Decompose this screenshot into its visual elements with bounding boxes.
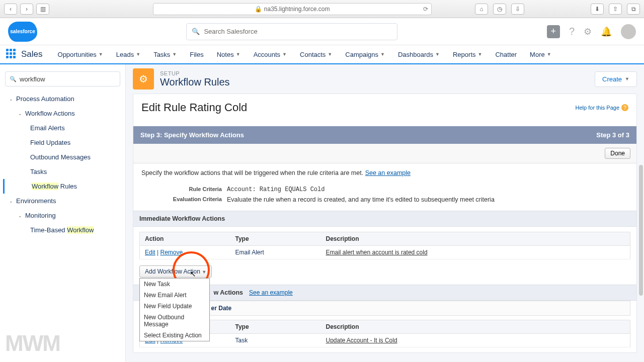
search-placeholder: Search Salesforce	[204, 28, 257, 35]
nav-item-tasks[interactable]: Tasks▼	[147, 47, 183, 62]
immediate-actions-table: Action Type Description Edit | Remove Em…	[139, 232, 630, 259]
gear-icon[interactable]: ⚙	[584, 26, 592, 37]
time-actions-table: Action Type Description Edit | Remove Ta…	[139, 320, 630, 347]
search-icon: 🔍	[10, 76, 17, 82]
chevron-down-icon: ▼	[478, 52, 482, 57]
object-nav: Sales Opportunities▼Leads▼Tasks▼FilesNot…	[0, 45, 644, 64]
sidebar-item-workflow-rules[interactable]: Workflow Rules	[3, 179, 122, 194]
sidebar-item-process-automation[interactable]: ⌄Process Automation	[3, 92, 122, 106]
scrollbar[interactable]	[639, 165, 643, 296]
chevron-down-icon: ⌄	[18, 213, 22, 218]
chevron-down-icon: ⌄	[9, 199, 13, 204]
chevron-down-icon: ⌄	[18, 111, 22, 116]
edit-link[interactable]: Edit	[145, 249, 155, 256]
avatar[interactable]	[621, 24, 636, 39]
dropdown-option-new-field-update[interactable]: New Field Update	[140, 301, 209, 312]
dropdown-option-select-existing-action[interactable]: Select Existing Action	[140, 330, 209, 341]
nav-item-chatter[interactable]: Chatter	[489, 47, 523, 62]
chevron-down-icon: ▼	[547, 52, 551, 57]
global-search[interactable]: 🔍 Search Salesforce	[186, 23, 397, 40]
rule-title: Edit Rule Rating Cold	[141, 101, 247, 114]
forward-button[interactable]: ›	[20, 4, 33, 15]
evaluation-criteria-label: Evaluation Criteria	[141, 196, 222, 203]
chevron-down-icon: ▼	[136, 52, 140, 57]
chevron-down-icon: ▼	[202, 269, 206, 275]
chevron-down-icon: ▼	[380, 52, 385, 57]
app-name: Sales	[21, 49, 43, 59]
home-icon[interactable]: ⌂	[475, 4, 488, 15]
nav-item-more[interactable]: More▼	[524, 47, 557, 62]
nav-item-dashboards[interactable]: Dashboards▼	[392, 47, 446, 62]
sidebar-item-environments[interactable]: ⌄Environments	[3, 194, 122, 208]
done-button[interactable]: Done	[605, 148, 630, 159]
chevron-down-icon: ▼	[236, 52, 240, 57]
rule-criteria-value: Account: Rating EQUALS Cold	[227, 186, 325, 193]
lock-icon: 🔒	[255, 6, 262, 13]
nav-item-opportunities[interactable]: Opportunities▼	[52, 47, 109, 62]
create-button[interactable]: Create▼	[595, 71, 637, 87]
time-trigger-row: 1 Days After Rule Trigger Date	[139, 301, 630, 316]
sidebar-item-outbound-messages[interactable]: Outbound Messages	[3, 150, 122, 164]
nav-item-files[interactable]: Files	[184, 47, 209, 62]
sidebar-item-time-based-workflow[interactable]: Time-Based Workflow	[3, 223, 122, 237]
nav-item-campaigns[interactable]: Campaigns▼	[339, 47, 391, 62]
dropdown-option-new-email-alert[interactable]: New Email Alert	[140, 290, 209, 301]
chevron-down-icon: ▼	[282, 52, 287, 57]
remove-link[interactable]: Remove	[160, 249, 183, 256]
action-description-link[interactable]: Email alert when account is rated cold	[321, 246, 630, 259]
chevron-down-icon: ▼	[172, 52, 177, 57]
main-content: ⚙ SETUP Workflow Rules Create▼ Edit Rule…	[126, 64, 644, 362]
intro-text: Specify the workflow actions that will b…	[133, 163, 636, 183]
download-tray-icon[interactable]: ⇩	[511, 4, 524, 15]
nav-item-accounts[interactable]: Accounts▼	[248, 47, 293, 62]
back-button[interactable]: ‹	[4, 4, 17, 15]
see-example-link-2[interactable]: See an example	[249, 289, 293, 296]
sidebar-item-email-alerts[interactable]: Email Alerts	[3, 121, 122, 135]
page-title: Workflow Rules	[160, 76, 230, 88]
table-row: Edit | Remove Task Update Account - It i…	[140, 334, 630, 347]
tabs-icon[interactable]: ⧉	[627, 4, 640, 15]
chevron-down-icon: ▼	[99, 52, 103, 57]
sidebar-button[interactable]: ▥	[36, 4, 49, 15]
nav-item-leads[interactable]: Leads▼	[110, 47, 146, 62]
add-workflow-action-button[interactable]: Add Workflow Action ▼ New TaskNew Email …	[139, 265, 212, 278]
sidebar-item-monitoring[interactable]: ⌄Monitoring	[3, 208, 122, 223]
nav-item-notes[interactable]: Notes▼	[211, 47, 247, 62]
chevron-down-icon: ⌄	[9, 97, 13, 102]
app-header: salesforce 🔍 Search Salesforce + ? ⚙ 🔔	[0, 18, 644, 45]
salesforce-logo: salesforce	[8, 22, 37, 42]
help-icon[interactable]: ?	[569, 26, 575, 37]
nav-item-reports[interactable]: Reports▼	[447, 47, 488, 62]
url-text: na35.lightning.force.com	[264, 6, 330, 13]
sidebar-item-field-updates[interactable]: Field Updates	[3, 135, 122, 150]
address-bar[interactable]: 🔒 na35.lightning.force.com ⟳	[153, 3, 432, 15]
app-launcher-icon[interactable]	[6, 49, 17, 60]
nav-item-contacts[interactable]: Contacts▼	[294, 47, 338, 62]
help-link[interactable]: Help for this Page ?	[576, 104, 628, 111]
sidebar-item-tasks[interactable]: Tasks	[3, 164, 122, 179]
watermark: MWM	[5, 331, 60, 356]
chevron-down-icon: ▼	[328, 52, 332, 57]
sidebar-item-workflow-actions[interactable]: ⌄Workflow Actions	[3, 106, 122, 121]
setup-sidebar: 🔍 workflow ⌄Process Automation⌄Workflow …	[0, 64, 126, 362]
page-eyebrow: SETUP	[160, 70, 230, 76]
help-icon: ?	[621, 104, 628, 111]
browser-toolbar: ‹ › ▥ 🔒 na35.lightning.force.com ⟳ ⌂ ◷ ⇩…	[0, 0, 644, 18]
dropdown-option-new-outbound-message[interactable]: New Outbound Message	[140, 312, 209, 330]
rule-criteria-label: Rule Criteria	[141, 186, 222, 193]
see-example-link[interactable]: See an example	[365, 169, 411, 176]
share-icon[interactable]: ⇧	[609, 4, 622, 15]
clock-icon[interactable]: ◷	[493, 4, 506, 15]
workflow-panel: Edit Rule Rating Cold Help for this Page…	[133, 94, 637, 353]
gear-icon: ⚙	[133, 68, 154, 89]
dropdown-option-new-task[interactable]: New Task	[140, 279, 209, 290]
bell-icon[interactable]: 🔔	[601, 26, 612, 37]
step-bar: Step 3: Specify Workflow Actions Step 3 …	[133, 126, 636, 144]
sidebar-search[interactable]: 🔍 workflow	[5, 71, 120, 86]
reload-icon[interactable]: ⟳	[423, 6, 428, 13]
chevron-down-icon: ▼	[435, 52, 440, 57]
search-icon: 🔍	[192, 28, 200, 35]
action-description-link[interactable]: Update Account - It is Cold	[321, 334, 630, 347]
downloads-icon[interactable]: ⬇	[591, 4, 604, 15]
add-icon[interactable]: +	[547, 25, 560, 38]
